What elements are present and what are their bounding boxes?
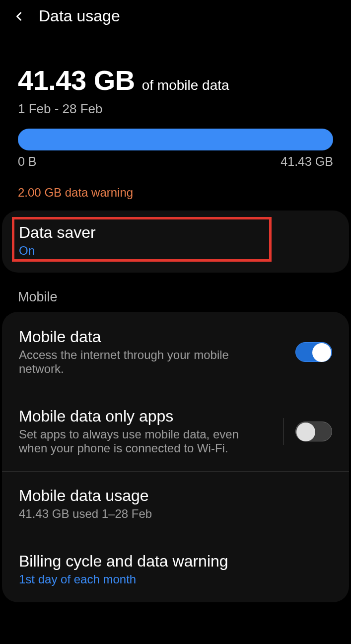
mobile-data-row[interactable]: Mobile data Access the internet through … (2, 313, 349, 392)
mobile-data-switch[interactable] (295, 342, 332, 362)
row-text: Mobile data only apps Set apps to always… (19, 407, 283, 455)
vertical-divider (283, 418, 283, 445)
row-text: Billing cycle and data warning 1st day o… (19, 552, 332, 586)
usage-bar-labels: 0 B 41.43 GB (18, 154, 333, 169)
billing-cycle-title: Billing cycle and data warning (19, 552, 322, 571)
usage-of-label: of mobile data (142, 77, 229, 93)
section-mobile-label: Mobile (18, 289, 333, 305)
mobile-data-usage-sub: 41.43 GB used 1–28 Feb (19, 507, 257, 521)
header: Data usage (0, 0, 351, 32)
data-saver-title: Data saver (19, 223, 332, 242)
data-warning-label: 2.00 GB data warning (18, 186, 333, 200)
usage-period: 1 Feb - 28 Feb (18, 101, 333, 117)
mobile-data-title: Mobile data (19, 328, 285, 346)
usage-bar-min: 0 B (18, 154, 37, 169)
mobile-only-apps-switch[interactable] (295, 422, 332, 441)
usage-bar-max: 41.43 GB (281, 154, 333, 169)
switch-separator-group (283, 418, 332, 445)
usage-progress-bar[interactable] (18, 129, 333, 150)
row-text: Mobile data usage 41.43 GB used 1–28 Feb (19, 487, 332, 521)
mobile-card: Mobile data Access the internet through … (2, 312, 349, 602)
mobile-data-usage-title: Mobile data usage (19, 487, 322, 505)
mobile-only-apps-title: Mobile data only apps (19, 407, 273, 426)
row-text: Mobile data Access the internet through … (19, 328, 295, 376)
billing-cycle-row[interactable]: Billing cycle and data warning 1st day o… (2, 537, 349, 602)
mobile-data-sub: Access the internet through your mobile … (19, 348, 257, 376)
back-icon[interactable] (14, 11, 25, 22)
data-saver-card[interactable]: Data saver On (2, 211, 349, 273)
data-saver-status: On (19, 244, 332, 258)
mobile-only-apps-sub: Set apps to always use mobile data, even… (19, 428, 257, 455)
mobile-data-usage-row[interactable]: Mobile data usage 41.43 GB used 1–28 Feb (2, 472, 349, 537)
page-title: Data usage (39, 7, 120, 25)
billing-cycle-sub: 1st day of each month (19, 572, 257, 586)
usage-line: 41.43 GB of mobile data (18, 64, 333, 96)
usage-amount: 41.43 GB (18, 64, 135, 96)
usage-summary: 41.43 GB of mobile data 1 Feb - 28 Feb 0… (0, 32, 351, 169)
mobile-only-apps-row[interactable]: Mobile data only apps Set apps to always… (2, 392, 349, 472)
